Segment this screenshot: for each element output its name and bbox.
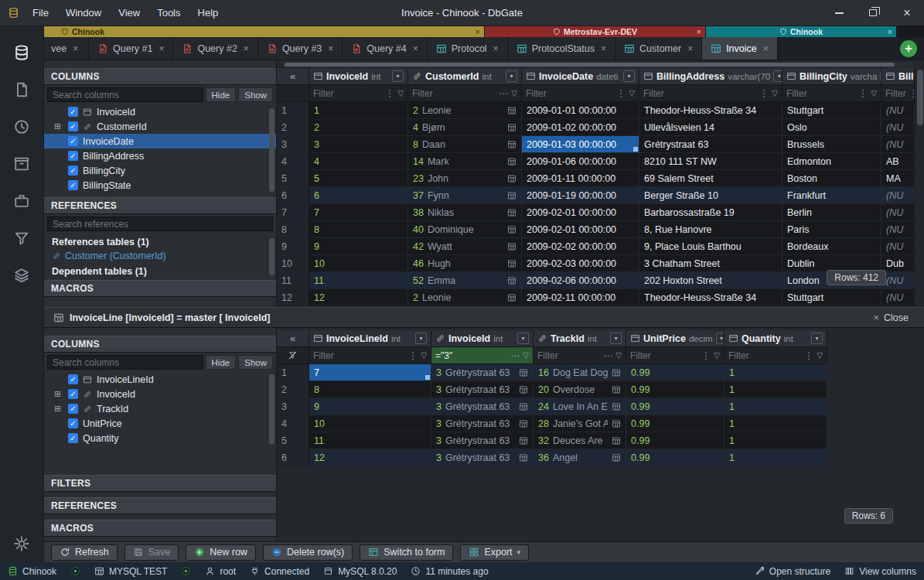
cell-invoicedate[interactable]: 2009-02-03 00:00:00 [522, 255, 639, 272]
tab-group-close-icon[interactable]: × [697, 27, 701, 36]
vertical-scrollbar-thumb[interactable] [917, 70, 923, 125]
filters-section-header[interactable]: FILTERS [44, 475, 276, 492]
column-menu-button[interactable]: ▾ [716, 333, 725, 344]
column-header-billi[interactable]: Billi▾ [881, 68, 915, 85]
row-number[interactable]: 5 [277, 432, 309, 449]
cell-trackid[interactable]: 20Overdose [534, 381, 626, 398]
cell-invoiceid[interactable]: 3Grétrystraat 63 [431, 449, 534, 466]
cell-invoiceid[interactable]: 11 [309, 272, 408, 289]
row-number[interactable]: 5 [277, 170, 309, 187]
show-columns-button[interactable]: Show [238, 87, 273, 102]
row-number[interactable]: 10 [277, 255, 309, 272]
panel-scrollbar-thumb[interactable] [269, 238, 274, 275]
tree-item-invoiceid[interactable]: ⊞✓InvoiceId [44, 387, 276, 401]
close-tab-icon[interactable]: × [763, 43, 769, 54]
cell-quantity[interactable]: 1 [725, 364, 827, 381]
filter-input-invoiceid[interactable]: Filter⋮▽ [309, 85, 408, 102]
cell-billi[interactable]: (NU [881, 272, 915, 289]
new-row-button[interactable]: New row [186, 544, 256, 561]
cell-billingcity[interactable]: Stuttgart [783, 289, 881, 306]
cell-billingaddress[interactable]: 69 Salem Street [639, 170, 783, 187]
cell-invoicelineid[interactable]: 8 [309, 381, 431, 398]
checkbox[interactable]: ✓ [68, 165, 78, 176]
expander-icon[interactable]: ⊞ [52, 121, 63, 131]
cell-quantity[interactable]: 1 [725, 415, 827, 432]
tab-customer[interactable]: Customer× [615, 37, 702, 60]
cell-customerid[interactable]: 52Emma [408, 272, 522, 289]
sidebar-settings-button[interactable] [12, 534, 31, 553]
filter-input-invoicelineid[interactable]: Filter⋮▽ [309, 347, 431, 364]
cell-invoicelineid[interactable]: 11 [309, 432, 431, 449]
funnel-icon[interactable]: ▽ [615, 351, 622, 360]
close-tab-icon[interactable]: × [687, 43, 693, 54]
tab-group-close-icon[interactable]: × [888, 27, 892, 36]
filter-menu-icon[interactable]: ⋮ [616, 88, 626, 99]
horizontal-scrollbar[interactable] [283, 62, 912, 67]
search-references-input[interactable] [47, 217, 273, 231]
cell-invoicedate[interactable]: 2009-01-19 00:00:00 [522, 187, 639, 204]
cell-quantity[interactable]: 1 [725, 449, 827, 466]
filter-menu-icon[interactable]: ⋮ [701, 350, 711, 361]
cell-invoicelineid[interactable]: 7 [309, 364, 431, 381]
cell-invoiceid[interactable]: 8 [309, 221, 408, 238]
cell-unitprice[interactable]: 0.99 [626, 449, 725, 466]
tab-protocolstatus[interactable]: ProtocolStatus× [508, 37, 615, 60]
funnel-icon[interactable]: ▽ [511, 89, 517, 97]
cell-quantity[interactable]: 1 [725, 381, 827, 398]
column-menu-button[interactable]: ▾ [517, 333, 529, 344]
cell-billingaddress[interactable]: 8210 111 ST NW [639, 153, 783, 170]
cell-customerid[interactable]: 37Fynn [408, 187, 522, 204]
cell-billi[interactable]: (NU [881, 289, 915, 306]
column-menu-button[interactable]: ▾ [392, 70, 404, 82]
panel-scrollbar-thumb[interactable] [269, 374, 274, 444]
cell-customerid[interactable]: 4Bjørn [408, 119, 522, 136]
column-header-unitprice[interactable]: UnitPricedecim▾ [626, 330, 725, 347]
cell-invoicedate[interactable]: 2009-02-01 00:00:00 [522, 221, 639, 238]
tree-item-billingstate[interactable]: ✓BillingState [44, 178, 276, 193]
cell-customerid[interactable]: 42Wyatt [408, 238, 522, 255]
cell-invoicedate[interactable]: 2009-02-11 00:00:00 [522, 289, 639, 306]
tab-invoice[interactable]: Invoice× [702, 37, 778, 60]
tab-query-1[interactable]: Query #1× [89, 37, 173, 60]
filter-lookup-button[interactable]: ⋯ [499, 88, 508, 99]
cell-billi[interactable]: AB [881, 153, 915, 170]
cell-billingaddress[interactable]: 9, Place Louis Barthou [639, 238, 783, 255]
cell-invoicelineid[interactable]: 9 [309, 398, 431, 415]
tree-item-billingcity[interactable]: ✓BillingCity [44, 163, 276, 178]
sidebar-layers-button[interactable] [12, 266, 31, 285]
checkbox[interactable]: ✓ [68, 404, 78, 414]
cell-customerid[interactable]: 38Niklas [408, 204, 522, 221]
column-menu-button[interactable]: ▾ [811, 333, 823, 344]
cell-invoiceid[interactable]: 3Grétrystraat 63 [431, 381, 534, 398]
show-columns-button[interactable]: Show [238, 355, 273, 370]
sidebar-funnel-button[interactable] [12, 229, 31, 247]
cell-invoiceid[interactable]: 1 [309, 102, 408, 119]
cell-billingcity[interactable]: Bordeaux [783, 238, 881, 255]
checkbox[interactable]: ✓ [68, 389, 78, 399]
cell-billingaddress[interactable]: Barbarossastraße 19 [639, 204, 783, 221]
filter-input-trackid[interactable]: Filter⋯▽ [534, 347, 626, 364]
tab-group-chinook-1[interactable]: Chinook× [44, 26, 485, 37]
filter-input-customerid[interactable]: Filter⋯▽ [408, 85, 522, 102]
row-number[interactable]: 2 [277, 381, 309, 398]
tab-vee[interactable]: vee× [44, 37, 89, 60]
export-button[interactable]: Export▾ [460, 544, 529, 561]
column-header-billingcity[interactable]: BillingCityvarcha▾ [783, 68, 881, 85]
column-header-billingaddress[interactable]: BillingAddressvarchar(70▾ [639, 68, 783, 85]
tree-item-invoicedate[interactable]: ✓InvoiceDate [44, 134, 276, 148]
delete-row-s-button[interactable]: Delete row(s) [263, 544, 353, 561]
cell-quantity[interactable]: 1 [725, 432, 827, 449]
cell-billingcity[interactable]: Brussels [783, 136, 881, 153]
cell-billi[interactable]: (NU [881, 102, 915, 119]
cell-billingaddress[interactable]: 202 Hoxton Street [639, 272, 783, 289]
row-number[interactable]: 3 [277, 136, 309, 153]
row-number[interactable]: 9 [277, 238, 309, 255]
row-number[interactable]: 12 [277, 289, 309, 306]
tree-item-invoiceid[interactable]: ✓InvoiceId [44, 104, 276, 119]
tree-item-customerid[interactable]: ⊞✓CustomerId [44, 119, 276, 134]
cell-billingcity[interactable]: Frankfurt [783, 187, 881, 204]
funnel-icon[interactable]: ▽ [397, 89, 404, 97]
cell-unitprice[interactable]: 0.99 [626, 381, 725, 398]
cell-billingaddress[interactable]: Grétrystraat 63 [639, 136, 783, 153]
cell-customerid[interactable]: 46Hugh [408, 255, 522, 272]
